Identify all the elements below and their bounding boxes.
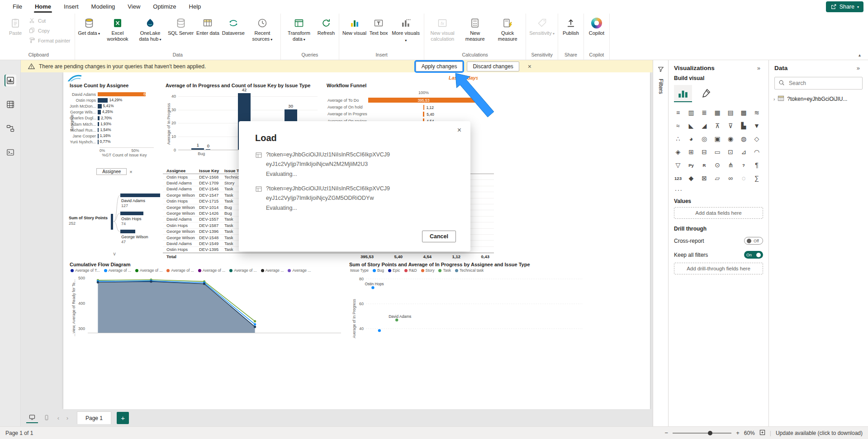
menu-tab-modeling[interactable]: Modeling bbox=[85, 0, 122, 14]
power-apps-icon[interactable]: ▱ bbox=[711, 172, 723, 184]
zoom-slider-thumb[interactable] bbox=[708, 431, 712, 435]
waterfall-chart-icon[interactable]: ▙ bbox=[738, 120, 749, 132]
dialog-close-icon[interactable]: × bbox=[455, 126, 464, 135]
page-tab-active[interactable]: Page 1 bbox=[77, 411, 111, 424]
zoom-in-icon[interactable]: + bbox=[736, 430, 740, 436]
menu-tab-insert[interactable]: Insert bbox=[57, 0, 85, 14]
python-visual-icon[interactable]: Py bbox=[685, 159, 697, 171]
expand-tree-icon[interactable]: ∨ bbox=[113, 251, 116, 257]
banner-close-icon[interactable]: × bbox=[525, 62, 534, 71]
card-icon[interactable]: ▭ bbox=[711, 146, 723, 158]
stacked-area-chart-icon[interactable]: ◢ bbox=[698, 120, 710, 132]
menu-tab-view[interactable]: View bbox=[121, 0, 147, 14]
donut-chart-icon[interactable]: ◎ bbox=[698, 133, 710, 145]
funnel-chart-icon[interactable]: ▼ bbox=[751, 120, 763, 132]
menu-tab-help[interactable]: Help bbox=[183, 0, 208, 14]
clustered-bar-chart-icon[interactable]: ≣ bbox=[698, 107, 710, 118]
menu-tab-file[interactable]: File bbox=[6, 0, 28, 14]
collapse-visualizations-icon[interactable]: » bbox=[754, 64, 763, 72]
pie-chart-icon[interactable]: ◕ bbox=[685, 133, 697, 145]
dax-query-view-icon[interactable] bbox=[5, 146, 16, 158]
slicer-icon[interactable]: ▽ bbox=[672, 159, 684, 171]
scatter-chart-icon[interactable]: ∴ bbox=[672, 133, 684, 145]
stacked-column-chart-icon[interactable]: ▥ bbox=[685, 107, 697, 118]
text-box-button[interactable]: Text box bbox=[368, 15, 389, 38]
line-and-stacked-column-chart-icon[interactable]: ⊼ bbox=[711, 120, 723, 132]
next-page-icon[interactable]: › bbox=[64, 415, 71, 421]
new-visual-button[interactable]: New visual bbox=[341, 15, 368, 38]
add-data-fields-dropzone[interactable]: Add data fields here bbox=[674, 207, 763, 219]
table-view-icon[interactable] bbox=[5, 99, 16, 110]
filled-map-icon[interactable]: ◍ bbox=[738, 133, 749, 145]
stacked-bar-chart-icon[interactable]: ≡ bbox=[672, 107, 684, 118]
keep-all-filters-toggle[interactable]: On bbox=[744, 251, 763, 259]
paginated-report-icon[interactable]: ⊠ bbox=[698, 172, 710, 184]
filters-pane-collapsed[interactable]: Filters bbox=[653, 60, 668, 426]
chevron-right-icon[interactable]: › bbox=[773, 97, 775, 102]
more-visuals-button[interactable]: More visuals ▾ bbox=[389, 15, 422, 45]
dataverse-button[interactable]: Dataverse bbox=[221, 15, 246, 38]
mobile-layout-icon[interactable] bbox=[41, 412, 52, 423]
excel-workbook-button[interactable]: Excel workbook bbox=[101, 15, 134, 43]
recent-sources-button[interactable]: Recent sources ▾ bbox=[246, 15, 279, 44]
line-and-clustered-column-chart-icon[interactable]: ⊽ bbox=[725, 120, 736, 132]
shape-map-icon[interactable]: ◇ bbox=[751, 133, 763, 145]
zoom-slider[interactable] bbox=[673, 433, 731, 434]
smart-narrative-icon[interactable]: ¶ bbox=[751, 159, 763, 171]
sql-server-button[interactable]: SQL Server bbox=[166, 15, 195, 38]
key-influencers-icon[interactable]: ⊙ bbox=[711, 159, 723, 171]
new-page-button[interactable]: + bbox=[117, 412, 129, 424]
arcgis-map-icon[interactable]: ◌ bbox=[738, 172, 749, 184]
azure-map-icon[interactable]: ◈ bbox=[672, 146, 684, 158]
kpi-icon[interactable]: ⊿ bbox=[738, 146, 749, 158]
map-icon[interactable]: ◉ bbox=[725, 133, 736, 145]
dataset-tree-item[interactable]: › ?token=eyJhbGciOiJIU... bbox=[769, 91, 868, 107]
script-visual-icon[interactable]: ∑ bbox=[751, 172, 763, 184]
report-view-icon[interactable] bbox=[5, 75, 16, 86]
share-button[interactable]: Share ▾ bbox=[826, 1, 863, 12]
table-icon[interactable]: ⊞ bbox=[685, 146, 697, 158]
multi-row-card-icon[interactable]: ⊡ bbox=[725, 146, 736, 158]
collapse-data-panel-icon[interactable]: » bbox=[854, 64, 863, 72]
format-visual-icon[interactable] bbox=[697, 85, 715, 102]
cross-report-toggle[interactable]: Off bbox=[744, 237, 763, 245]
add-drill-through-fields-dropzone[interactable]: Add drill-through fields here bbox=[674, 263, 763, 274]
decomposition-tree-icon[interactable]: ⋔ bbox=[725, 159, 736, 171]
matrix-icon[interactable]: ⊟ bbox=[698, 146, 710, 158]
area-chart-icon[interactable]: ◣ bbox=[685, 120, 697, 132]
model-view-icon[interactable] bbox=[5, 123, 16, 134]
desktop-layout-icon[interactable] bbox=[26, 412, 38, 423]
publish-button[interactable]: Publish bbox=[560, 15, 582, 38]
clustered-column-chart-icon[interactable]: ▦ bbox=[711, 107, 723, 118]
new-measure-button[interactable]: New measure bbox=[459, 15, 491, 43]
apply-changes-button[interactable]: Apply changes bbox=[416, 61, 463, 71]
100-stacked-bar-chart-icon[interactable]: ▤ bbox=[725, 107, 736, 118]
transform-data-button[interactable]: Transform data ▾ bbox=[283, 15, 315, 44]
ribbon-chart-icon[interactable]: ≋ bbox=[751, 107, 763, 118]
refresh-button[interactable]: Refresh bbox=[315, 15, 337, 38]
discard-changes-button[interactable]: Discard changes bbox=[467, 61, 519, 71]
collapse-ribbon-button[interactable]: ▴ bbox=[856, 52, 863, 58]
more-visual-options[interactable]: ... bbox=[669, 184, 768, 194]
build-visual-icon[interactable] bbox=[674, 85, 692, 102]
onelake-data-hub-button[interactable]: OneLake data hub ▾ bbox=[134, 15, 166, 44]
search-input[interactable] bbox=[788, 80, 859, 87]
gauge-icon[interactable]: ◠ bbox=[751, 146, 763, 158]
numeric-card-icon[interactable]: 123 bbox=[672, 172, 684, 184]
previous-page-icon[interactable]: ‹ bbox=[55, 415, 62, 421]
cancel-button[interactable]: Cancel bbox=[422, 231, 456, 242]
line-chart-icon[interactable]: ≈ bbox=[672, 120, 684, 132]
copilot-button[interactable]: Copilot bbox=[586, 15, 607, 38]
update-available-link[interactable]: Update available (click to download) bbox=[776, 430, 863, 436]
enter-data-button[interactable]: Enter data bbox=[195, 15, 221, 38]
metrics-icon[interactable]: ◆ bbox=[685, 172, 697, 184]
100-stacked-column-chart-icon[interactable]: ▩ bbox=[738, 107, 749, 118]
fit-to-page-icon[interactable] bbox=[759, 430, 765, 437]
treemap-icon[interactable]: ▣ bbox=[711, 133, 723, 145]
menu-tab-home[interactable]: Home bbox=[28, 0, 57, 14]
r-script-visual-icon[interactable]: R bbox=[698, 159, 710, 171]
zoom-out-icon[interactable]: − bbox=[665, 430, 669, 436]
power-automate-icon[interactable]: ∞ bbox=[725, 172, 736, 184]
qa-visual-icon[interactable]: ? bbox=[738, 159, 749, 171]
get-data-button[interactable]: Get data ▾ bbox=[77, 15, 101, 38]
